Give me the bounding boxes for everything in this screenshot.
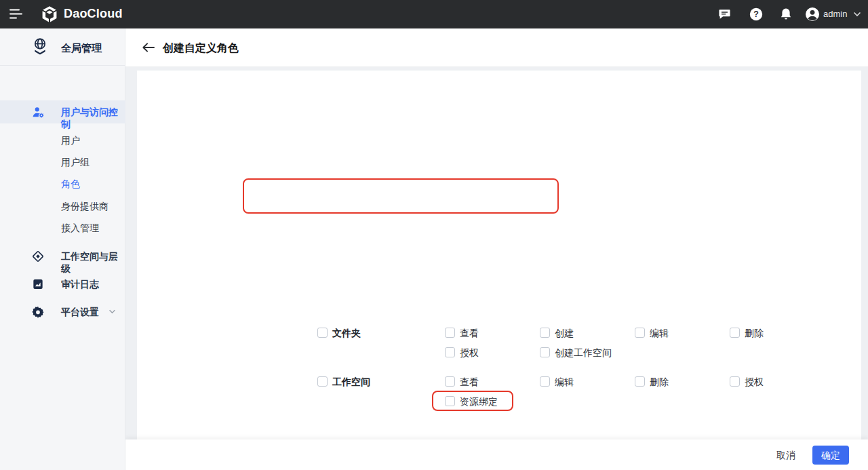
audit-icon	[31, 277, 45, 291]
page-titlebar: 创建自定义角色	[125, 28, 868, 67]
sidebar-item-roles[interactable]: 角色	[0, 173, 125, 195]
diamond-icon	[31, 250, 45, 263]
perm-checkbox[interactable]	[540, 328, 550, 338]
sidebar-item-audit-logs[interactable]: 审计日志	[0, 273, 125, 296]
sidebar-root-global-management[interactable]: 全局管理	[0, 33, 125, 66]
sidebar-item-workspace-hierarchy[interactable]: 工作空间与层级	[0, 245, 125, 268]
perm-checkbox[interactable]	[730, 376, 740, 387]
perm-checkbox[interactable]	[730, 328, 740, 338]
perm-label: 编辑	[650, 328, 669, 340]
create-custom-role-page: DaoCloud ? admin 全局管理 用户与访问控制用户用户组角色身份提供…	[0, 0, 868, 470]
sidebar-item-label: 用户	[61, 135, 80, 147]
perm-label: 查看	[460, 328, 479, 340]
perm-checkbox[interactable]	[445, 396, 455, 406]
perm-checkbox[interactable]	[445, 376, 455, 387]
chevron-up-icon[interactable]	[108, 109, 116, 114]
back-arrow-icon[interactable]	[142, 42, 155, 53]
sidebar-root-label: 全局管理	[61, 42, 102, 55]
sidebar-item-label: 身份提供商	[61, 201, 108, 213]
avatar-icon[interactable]	[804, 6, 821, 22]
perm-label: 编辑	[555, 376, 574, 389]
username[interactable]: admin	[823, 9, 847, 19]
sidebar-item-label: 角色	[61, 178, 80, 191]
gear-icon	[31, 305, 45, 319]
menu-icon[interactable]	[9, 9, 23, 19]
confirm-button[interactable]: 确定	[812, 446, 849, 465]
perm-checkbox[interactable]	[540, 347, 550, 357]
caret-down-icon[interactable]	[853, 12, 861, 17]
perm-checkbox[interactable]	[635, 328, 645, 338]
sidebar-item-users[interactable]: 用户	[0, 130, 125, 151]
perm-label: 授权	[745, 376, 764, 389]
perm-label: 查看	[460, 376, 479, 389]
perm-label: 资源绑定	[460, 396, 498, 408]
cancel-button[interactable]: 取消	[770, 446, 802, 465]
topbar: DaoCloud ? admin	[0, 0, 868, 28]
user-gear-icon	[31, 105, 45, 119]
perm-checkbox[interactable]	[540, 376, 550, 387]
sidebar-item-identity-providers[interactable]: 身份提供商	[0, 195, 125, 217]
sidebar-item-users-access-control[interactable]: 用户与访问控制	[0, 100, 125, 123]
globe-icon	[30, 37, 50, 57]
perm-checkbox[interactable]	[635, 376, 645, 387]
sidebar-item-label: 用户组	[61, 157, 90, 169]
sidebar-item-platform-settings[interactable]: 平台设置	[0, 300, 125, 324]
perm-label: 创建	[555, 328, 574, 340]
footer-bar: 取消 确定	[125, 439, 868, 470]
sidebar-item-label: 接入管理	[61, 222, 99, 235]
perm-label: 删除	[745, 328, 764, 340]
chevron-down-icon[interactable]	[108, 309, 116, 314]
sidebar-item-user-groups[interactable]: 用户组	[0, 151, 125, 173]
perm-label: 授权	[460, 347, 479, 359]
perm-row-checkbox[interactable]	[317, 376, 328, 387]
perm-row-name: 文件夹	[332, 328, 361, 340]
bell-icon[interactable]	[778, 7, 793, 22]
perm-row-name: 工作空间	[332, 376, 370, 389]
perm-row-checkbox[interactable]	[317, 328, 328, 338]
sidebar-item-label: 平台设置	[61, 307, 99, 319]
perm-checkbox[interactable]	[445, 328, 455, 338]
page-title: 创建自定义角色	[163, 41, 239, 56]
daocloud-logo-icon[interactable]	[41, 5, 58, 23]
sidebar-item-label: 审计日志	[61, 279, 99, 291]
perm-label: 删除	[650, 376, 669, 389]
perm-checkbox[interactable]	[445, 347, 455, 357]
brand-name[interactable]: DaoCloud	[64, 7, 123, 21]
svg-text:?: ?	[753, 9, 759, 19]
chat-icon[interactable]	[717, 7, 732, 21]
perm-label: 创建工作空间	[555, 347, 612, 359]
sidebar-item-label: 工作空间与层级	[61, 251, 125, 275]
help-icon[interactable]: ?	[749, 7, 764, 22]
sidebar: 全局管理 用户与访问控制用户用户组角色身份提供商接入管理工作空间与层级审计日志平…	[0, 28, 125, 470]
sidebar-item-access-management[interactable]: 接入管理	[0, 217, 125, 239]
